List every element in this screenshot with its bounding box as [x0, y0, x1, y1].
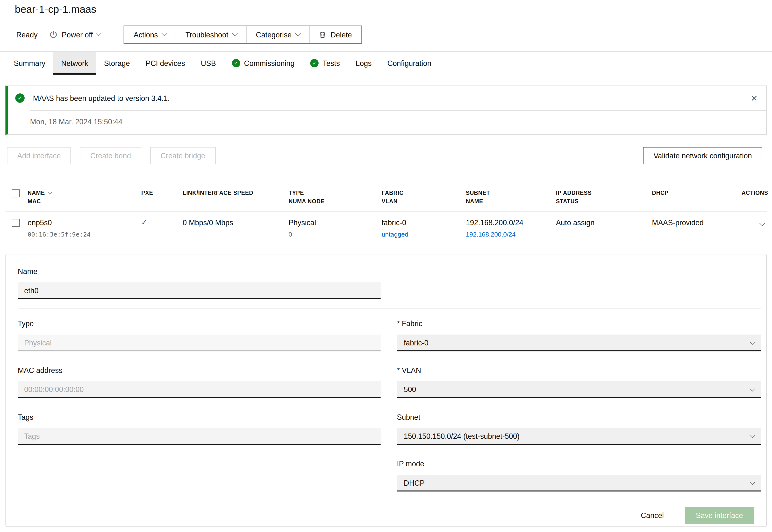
- close-icon[interactable]: ×: [749, 91, 759, 106]
- table-row: enp5s0 00:16:3e:5f:9e:24 ✓ 0 Mbps/0 Mbps…: [5, 211, 767, 245]
- chevron-down-icon: [750, 386, 755, 391]
- ip-mode-select[interactable]: DHCP: [397, 475, 761, 491]
- update-notification-banner: ✓ MAAS has been updated to version 3.4.1…: [5, 85, 767, 135]
- status-row: Ready Power off Actions Troubleshoot Cat…: [16, 26, 762, 43]
- column-sublabel: MAC: [28, 197, 141, 206]
- row-actions-menu[interactable]: [759, 220, 765, 226]
- chevron-down-icon: [750, 339, 755, 344]
- tab-label: Commissioning: [244, 59, 294, 67]
- tab-commissioning[interactable]: ✓ Commissioning: [224, 52, 302, 75]
- troubleshoot-menu-button[interactable]: Troubleshoot: [176, 26, 246, 43]
- tab-tests[interactable]: ✓ Tests: [302, 52, 348, 75]
- tab-logs[interactable]: Logs: [348, 52, 380, 75]
- interface-name: enp5s0: [28, 218, 52, 227]
- column-header-fabric-vlan: FABRIC VLAN: [381, 189, 466, 206]
- subnet-select-value: 150.150.150.0/24 (test-subnet-500): [404, 432, 520, 440]
- subnet-field: Subnet 150.150.150.0/24 (test-subnet-500…: [397, 413, 761, 445]
- machine-status: Ready: [16, 30, 37, 39]
- cancel-button[interactable]: Cancel: [636, 507, 669, 524]
- fabric-field: * Fabric fabric-0: [397, 319, 761, 351]
- column-sublabel: STATUS: [556, 197, 652, 206]
- page-title: bear-1-cp-1.maas: [15, 3, 772, 15]
- edit-interface-form: Name Type * Fabric fabric-0 MAC address: [18, 267, 760, 500]
- check-circle-icon: ✓: [310, 59, 319, 67]
- fabric-label: * Fabric: [397, 319, 761, 328]
- power-label: Power off: [62, 30, 93, 39]
- form-footer: Cancel Save interface: [18, 500, 760, 532]
- fabric-name: fabric-0: [381, 218, 406, 227]
- tab-storage[interactable]: Storage: [96, 52, 138, 75]
- name-field: Name: [18, 267, 380, 299]
- column-label: NAME: [28, 189, 45, 197]
- power-icon: [49, 30, 58, 39]
- vlan-label: * VLAN: [397, 366, 761, 375]
- validate-network-configuration-button[interactable]: Validate network configuration: [643, 147, 762, 164]
- fabric-select[interactable]: fabric-0: [397, 335, 761, 351]
- column-sublabel: NAME: [466, 197, 556, 206]
- ip-mode-field: IP mode DHCP: [397, 460, 761, 492]
- tab-label: Tests: [323, 59, 340, 67]
- column-header-subnet-name: SUBNET NAME: [466, 189, 556, 206]
- troubleshoot-label: Troubleshoot: [185, 30, 228, 39]
- chevron-down-icon: [295, 31, 301, 36]
- tab-summary[interactable]: Summary: [6, 52, 53, 75]
- select-all-checkbox[interactable]: [12, 189, 20, 197]
- edit-interface-panel: Name Type * Fabric fabric-0 MAC address: [5, 254, 767, 527]
- create-bond-button[interactable]: Create bond: [80, 147, 141, 164]
- numa-node: 0: [289, 231, 381, 238]
- tab-pci-devices[interactable]: PCI devices: [138, 52, 193, 75]
- actions-menu-button[interactable]: Actions: [124, 26, 176, 43]
- column-label: SUBNET: [466, 190, 490, 196]
- column-sublabel: VLAN: [381, 197, 466, 206]
- checkmark-icon: ✓: [141, 218, 183, 226]
- mac-field: MAC address: [18, 366, 380, 398]
- chevron-down-icon: [750, 432, 755, 438]
- sort-by-name[interactable]: NAME: [28, 189, 51, 197]
- chevron-down-icon: [232, 31, 237, 36]
- form-spacer: [18, 460, 380, 500]
- tags-label: Tags: [18, 413, 380, 421]
- type-label: Type: [18, 319, 380, 328]
- mac-input[interactable]: [18, 381, 380, 398]
- column-header-dhcp: DHCP: [652, 189, 742, 197]
- column-header-type-numa: TYPE NUMA NODE: [289, 189, 381, 206]
- subnet-link[interactable]: 192.168.200.0/24: [466, 231, 556, 238]
- tags-input[interactable]: [18, 428, 380, 445]
- power-menu[interactable]: Power off: [49, 30, 101, 39]
- tab-network[interactable]: Network: [53, 52, 96, 75]
- table-header-row: NAME MAC PXE LINK/INTERFACE SPEED TYPE N…: [5, 189, 767, 211]
- vlan-select-value: 500: [404, 385, 416, 393]
- subnet-cidr: 192.168.200.0/24: [466, 218, 523, 227]
- name-label: Name: [18, 267, 380, 276]
- cell-dhcp: MAAS-provided: [652, 218, 742, 227]
- subnet-label: Subnet: [397, 413, 761, 421]
- notification-message-row: ✓ MAAS has been updated to version 3.4.1…: [8, 86, 766, 110]
- name-input[interactable]: [18, 282, 380, 299]
- tab-configuration[interactable]: Configuration: [379, 52, 439, 75]
- delete-label: Delete: [330, 30, 352, 39]
- machine-action-group: Actions Troubleshoot Categorise Delete: [124, 25, 362, 43]
- sort-chevron-icon: [48, 190, 52, 194]
- ip-mode-select-value: DHCP: [404, 478, 425, 487]
- save-interface-button[interactable]: Save interface: [685, 507, 754, 524]
- interface-type: Physical: [289, 218, 316, 227]
- subnet-select[interactable]: 150.150.150.0/24 (test-subnet-500): [397, 428, 761, 445]
- notification-message: MAAS has been updated to version 3.4.1.: [33, 94, 170, 102]
- delete-button[interactable]: Delete: [309, 26, 361, 43]
- cell-speed: 0 Mbps/0 Mbps: [183, 218, 288, 227]
- add-interface-button[interactable]: Add interface: [7, 147, 71, 164]
- notification-timestamp: Mon, 18 Mar. 2024 15:50:44: [8, 111, 766, 134]
- mac-label: MAC address: [18, 366, 380, 375]
- network-toolbar: Add interface Create bond Create bridge …: [7, 147, 762, 164]
- vlan-select[interactable]: 500: [397, 381, 761, 398]
- type-field: Type: [18, 319, 380, 351]
- categorise-menu-button[interactable]: Categorise: [246, 26, 309, 43]
- interfaces-table: NAME MAC PXE LINK/INTERFACE SPEED TYPE N…: [5, 189, 767, 245]
- create-bridge-button[interactable]: Create bridge: [150, 147, 216, 164]
- machine-tabs: Summary Network Storage PCI devices USB …: [0, 51, 772, 75]
- actions-label: Actions: [134, 30, 158, 39]
- tab-usb[interactable]: USB: [193, 52, 224, 75]
- cell-type-numa: Physical 0: [289, 218, 381, 238]
- vlan-link[interactable]: untagged: [381, 231, 466, 238]
- row-checkbox[interactable]: [12, 219, 20, 227]
